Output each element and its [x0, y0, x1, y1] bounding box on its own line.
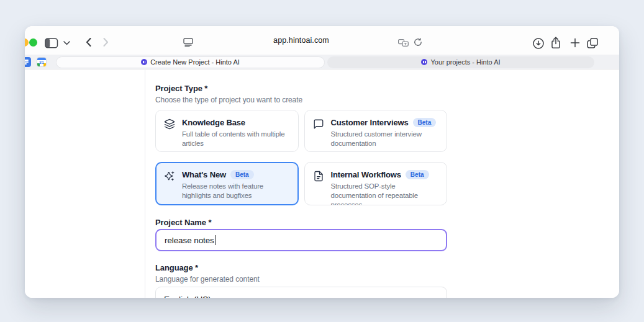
project-type-options: Knowledge Base Full table of contents wi…	[155, 110, 447, 205]
layers-icon	[164, 118, 175, 144]
card-description: Structured customer interview documentat…	[331, 130, 439, 148]
beta-badge: Beta	[230, 170, 254, 179]
chevron-down-icon	[432, 295, 438, 298]
project-type-card-whats-new[interactable]: What's New Beta Release notes with featu…	[155, 162, 299, 205]
tab-your-projects[interactable]: Your projects - Hinto AI	[327, 56, 594, 68]
forward-icon[interactable]	[103, 38, 109, 47]
card-title: Customer Interviews	[331, 118, 409, 127]
hinto-favicon	[141, 59, 147, 65]
dialog-left-edge	[145, 70, 145, 298]
page-format-icon[interactable]	[183, 38, 193, 47]
download-icon[interactable]	[533, 38, 544, 49]
card-description: Release notes with feature highlights an…	[182, 182, 290, 200]
browser-toolbar: app.hintoai.com	[25, 26, 619, 55]
tab-title: Your projects - Hinto AI	[430, 58, 500, 66]
project-name-value: release notes	[165, 236, 214, 245]
project-type-card-customer-interviews[interactable]: Customer Interviews Beta Structured cust…	[304, 110, 448, 152]
language-select[interactable]: English (US)	[155, 287, 447, 298]
tab-title: Create New Project - Hinto AI	[150, 58, 240, 66]
beta-badge: Beta	[413, 118, 437, 127]
reload-icon[interactable]	[414, 38, 422, 47]
project-name-input[interactable]: release notes	[155, 229, 447, 251]
language-value: English (US)	[164, 295, 211, 298]
sidebar-toggle-icon[interactable]	[45, 38, 58, 48]
card-title: Knowledge Base	[182, 118, 245, 127]
project-type-card-knowledge-base[interactable]: Knowledge Base Full table of contents wi…	[155, 110, 299, 152]
text-cursor	[215, 235, 216, 245]
document-icon	[313, 170, 324, 197]
translate-icon[interactable]	[398, 39, 409, 47]
traffic-light-minimize[interactable]	[25, 38, 29, 47]
pinned-tab-tasks-icon[interactable]	[25, 57, 31, 67]
page-content: Project Type * Choose the type of projec…	[25, 70, 619, 298]
back-icon[interactable]	[86, 38, 91, 47]
browser-window: app.hintoai.com	[25, 26, 619, 298]
card-description: Full table of contents with multiple art…	[182, 130, 290, 148]
new-tab-icon[interactable]	[570, 38, 580, 48]
beta-badge: Beta	[406, 170, 429, 179]
tab-bar: 31 Create New Project - Hinto AI Your pr…	[25, 55, 619, 69]
chat-bubble-icon	[313, 118, 324, 144]
project-type-help: Choose the type of project you want to c…	[155, 96, 302, 104]
project-type-label: Project Type *	[155, 84, 207, 93]
language-help: Language for generated content	[155, 275, 260, 284]
tab-overview-icon[interactable]	[587, 38, 598, 48]
hinto-favicon	[421, 59, 427, 65]
sparkles-icon	[164, 170, 175, 197]
address-bar[interactable]: app.hintoai.com	[239, 36, 363, 45]
share-icon[interactable]	[551, 37, 561, 49]
pinned-tab-calendar-icon[interactable]: 31	[37, 57, 47, 67]
tab-create-new-project[interactable]: Create New Project - Hinto AI	[56, 56, 325, 68]
traffic-light-zoom[interactable]	[29, 38, 37, 47]
project-type-card-internal-workflows[interactable]: Internal Workflows Beta Structured SOP-s…	[304, 162, 448, 205]
card-title: Internal Workflows	[331, 170, 401, 179]
card-title: What's New	[182, 170, 226, 179]
card-description: Structured SOP-style documentation of re…	[331, 182, 439, 205]
chevron-down-icon[interactable]	[63, 41, 70, 45]
language-label: Language *	[155, 263, 198, 272]
project-name-label: Project Name *	[155, 218, 211, 227]
